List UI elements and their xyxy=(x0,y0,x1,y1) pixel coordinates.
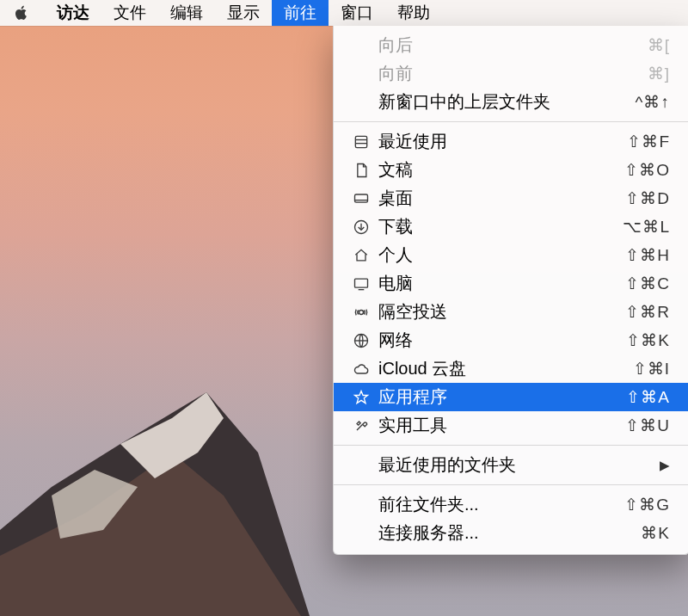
menu-help[interactable]: 帮助 xyxy=(385,0,442,26)
menu-item-downloads[interactable]: 下载 ⌥⌘L xyxy=(334,213,688,241)
computer-icon xyxy=(353,275,378,293)
menu-item-go-to-folder[interactable]: 前往文件夹... ⇧⌘G xyxy=(334,490,688,519)
menu-item-label: 电脑 xyxy=(378,269,625,298)
menu-item-shortcut: ^⌘↑ xyxy=(636,88,670,116)
menu-item-shortcut: ⇧⌘C xyxy=(625,269,670,298)
menu-view[interactable]: 显示 xyxy=(215,0,272,26)
menu-item-shortcut: ⌘] xyxy=(648,59,670,88)
desktop-icon xyxy=(353,190,378,207)
menu-item-label: 下载 xyxy=(378,213,623,241)
menu-item-label: 新窗口中的上层文件夹 xyxy=(378,88,636,116)
menu-item-shortcut: ⇧⌘U xyxy=(625,411,670,440)
menu-item-label: 最近使用 xyxy=(378,127,627,156)
menu-item-applications[interactable]: 应用程序 ⇧⌘A xyxy=(334,383,688,411)
menu-separator xyxy=(334,121,688,122)
menu-item-home[interactable]: 个人 ⇧⌘H xyxy=(334,241,688,269)
menu-item-label: 文稿 xyxy=(378,156,624,184)
menu-item-computer[interactable]: 电脑 ⇧⌘C xyxy=(334,269,688,298)
menu-item-label: 个人 xyxy=(378,241,625,269)
menu-item-shortcut: ⌘[ xyxy=(648,31,670,59)
menu-item-recent-folders[interactable]: 最近使用的文件夹 ▶ xyxy=(334,451,688,479)
menu-item-network[interactable]: 网络 ⇧⌘K xyxy=(334,326,688,354)
menu-item-label: 隔空投送 xyxy=(378,298,625,326)
svg-point-13 xyxy=(359,310,364,314)
menu-item-forward: 向前 ⌘] xyxy=(334,59,688,88)
menu-go[interactable]: 前往 xyxy=(272,0,329,26)
menu-item-shortcut: ⇧⌘I xyxy=(633,354,670,383)
svg-rect-4 xyxy=(355,136,366,147)
apple-menu[interactable] xyxy=(12,4,31,22)
utilities-icon xyxy=(353,417,378,434)
menu-edit[interactable]: 编辑 xyxy=(158,0,215,26)
menu-item-label: 向后 xyxy=(378,31,648,59)
menu-item-label: 向前 xyxy=(378,59,648,88)
menu-item-recents[interactable]: 最近使用 ⇧⌘F xyxy=(334,127,688,156)
menu-item-shortcut: ⇧⌘H xyxy=(625,241,670,269)
menu-file[interactable]: 文件 xyxy=(101,0,158,26)
svg-rect-11 xyxy=(355,279,368,287)
menu-item-shortcut: ⇧⌘G xyxy=(624,490,670,519)
recents-icon xyxy=(353,133,378,151)
network-icon xyxy=(353,332,378,349)
menu-item-icloud[interactable]: iCloud 云盘 ⇧⌘I xyxy=(334,354,688,383)
menu-item-connect-server[interactable]: 连接服务器... ⌘K xyxy=(334,519,688,547)
menu-app-name[interactable]: 访达 xyxy=(45,0,101,26)
menu-item-shortcut: ⌘K xyxy=(641,519,670,547)
menu-item-label: iCloud 云盘 xyxy=(378,354,633,383)
menu-item-label: 应用程序 xyxy=(378,383,626,411)
menu-item-shortcut: ⌥⌘L xyxy=(623,213,670,241)
menu-item-shortcut: ⇧⌘O xyxy=(624,156,670,184)
home-icon xyxy=(353,247,378,264)
menubar: 访达 文件 编辑 显示 前往 窗口 帮助 xyxy=(0,0,688,26)
go-menu-dropdown: 向后 ⌘[ 向前 ⌘] 新窗口中的上层文件夹 ^⌘↑ 最近使用 ⇧⌘F 文稿 ⇧… xyxy=(333,26,688,555)
menu-separator xyxy=(334,484,688,485)
icloud-icon xyxy=(353,360,378,378)
menu-item-shortcut: ⇧⌘A xyxy=(626,383,670,411)
menu-item-shortcut: ⇧⌘F xyxy=(627,127,670,156)
svg-rect-7 xyxy=(355,194,368,202)
submenu-arrow-icon: ▶ xyxy=(660,451,670,479)
menu-item-desktop[interactable]: 桌面 ⇧⌘D xyxy=(334,184,688,213)
menu-item-airdrop[interactable]: 隔空投送 ⇧⌘R xyxy=(334,298,688,326)
documents-icon xyxy=(353,162,378,179)
menu-window[interactable]: 窗口 xyxy=(329,0,385,26)
menu-item-label: 最近使用的文件夹 xyxy=(378,451,660,479)
menu-item-label: 连接服务器... xyxy=(378,519,641,547)
menu-item-label: 实用工具 xyxy=(378,411,625,440)
menu-item-utilities[interactable]: 实用工具 ⇧⌘U xyxy=(334,411,688,440)
airdrop-icon xyxy=(353,304,378,321)
menu-item-enclosing-folder[interactable]: 新窗口中的上层文件夹 ^⌘↑ xyxy=(334,88,688,116)
downloads-icon xyxy=(353,219,378,236)
menu-item-shortcut: ⇧⌘K xyxy=(626,326,670,354)
menu-item-label: 网络 xyxy=(378,326,626,354)
applications-icon xyxy=(353,389,378,406)
menu-item-label: 前往文件夹... xyxy=(378,490,624,519)
svg-marker-15 xyxy=(355,391,368,403)
menu-item-shortcut: ⇧⌘D xyxy=(625,184,670,213)
apple-icon xyxy=(13,4,30,22)
menu-item-back: 向后 ⌘[ xyxy=(334,31,688,59)
menu-item-shortcut: ⇧⌘R xyxy=(625,298,670,326)
menu-item-documents[interactable]: 文稿 ⇧⌘O xyxy=(334,156,688,184)
menu-separator xyxy=(334,445,688,446)
menu-item-label: 桌面 xyxy=(378,184,625,213)
